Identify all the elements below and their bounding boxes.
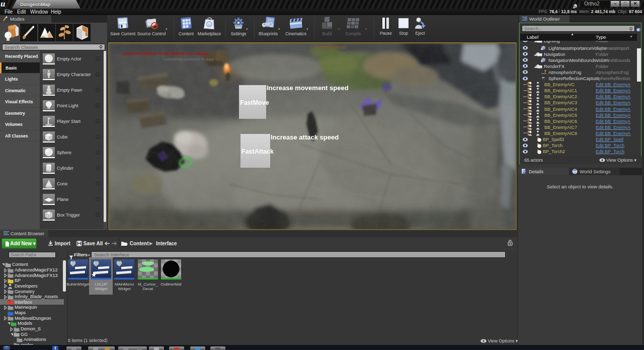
svg-text:u: u (208, 22, 210, 27)
